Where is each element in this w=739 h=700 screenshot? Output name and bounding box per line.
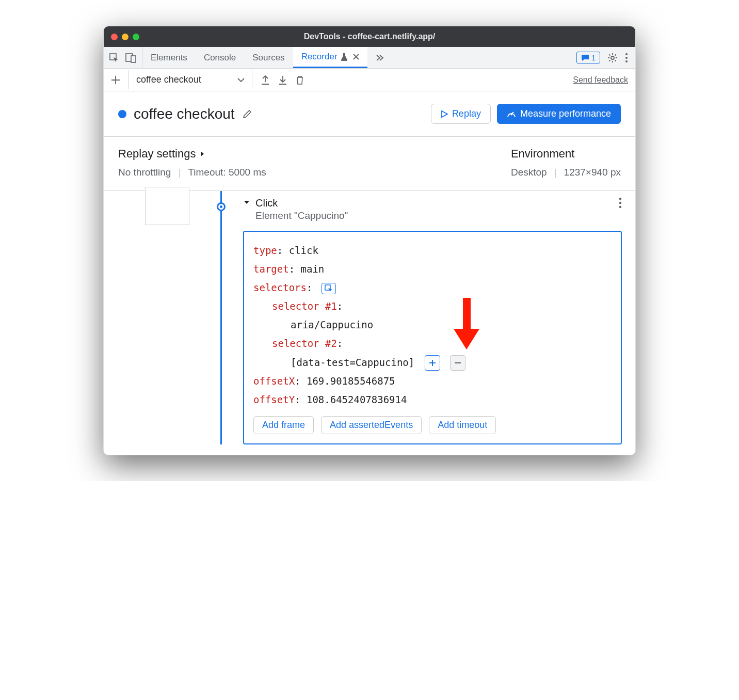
more-tabs-button[interactable] [367, 47, 392, 68]
export-icon[interactable] [261, 75, 270, 85]
add-frame-button[interactable]: Add frame [253, 416, 314, 434]
step-header[interactable]: Click Element "Cappucino" [243, 197, 622, 221]
tab-console[interactable]: Console [196, 47, 244, 68]
selector2-key: selector #2 [272, 338, 337, 349]
svg-point-7 [510, 114, 512, 115]
tab-recorder[interactable]: Recorder [293, 47, 367, 68]
close-window-button[interactable] [111, 34, 118, 40]
timeline-step-marker[interactable] [217, 202, 226, 211]
add-asserted-events-button[interactable]: Add assertedEvents [321, 416, 422, 434]
prop-offsetx-key: offsetX [253, 375, 295, 387]
environment-title: Environment [511, 147, 621, 161]
messages-count: 1 [591, 53, 596, 62]
tab-elements[interactable]: Elements [142, 47, 196, 68]
settings-bar: Replay settings No throttling | Timeout:… [104, 137, 635, 191]
tab-sources[interactable]: Sources [244, 47, 293, 68]
inspect-icon[interactable] [109, 53, 119, 63]
caret-down-icon [243, 199, 250, 205]
measure-performance-button[interactable]: Measure performance [497, 104, 621, 124]
recording-title: coffee checkout [134, 106, 235, 122]
timeout-value: Timeout: 5000 ms [188, 167, 266, 178]
device-toggle-icon[interactable] [125, 53, 137, 63]
step-subtitle: Element "Cappucino" [255, 210, 348, 221]
step-menu-icon[interactable] [619, 197, 622, 209]
edit-title-icon[interactable] [242, 109, 252, 119]
svg-point-5 [625, 57, 628, 59]
device-value: Desktop [511, 167, 547, 178]
chevron-down-icon [237, 77, 245, 83]
svg-point-9 [619, 202, 621, 204]
flask-icon [341, 53, 348, 61]
gear-icon[interactable] [607, 53, 618, 63]
add-selector-button[interactable] [425, 355, 440, 371]
recorder-toolbar: coffee checkout Send feedback [104, 69, 635, 91]
prop-selectors-key: selectors [253, 282, 307, 293]
element-picker-button[interactable] [322, 283, 336, 294]
screenshot-thumbnail[interactable] [145, 187, 189, 225]
kebab-icon[interactable] [625, 53, 628, 63]
delete-icon[interactable] [296, 75, 304, 85]
selector2-value[interactable]: [data-test=Cappucino] [291, 357, 414, 368]
svg-rect-2 [131, 56, 136, 62]
remove-selector-button[interactable] [450, 355, 465, 371]
svg-point-3 [611, 56, 614, 59]
close-icon[interactable] [353, 54, 359, 60]
import-icon[interactable] [278, 75, 287, 85]
send-feedback-link[interactable]: Send feedback [573, 75, 628, 85]
step-title: Click [255, 197, 348, 209]
add-timeout-button[interactable]: Add timeout [429, 416, 496, 434]
messages-badge[interactable]: 1 [576, 52, 600, 63]
recording-select[interactable]: coffee checkout [128, 70, 252, 89]
minimize-window-button[interactable] [122, 34, 128, 40]
replay-button[interactable]: Replay [431, 104, 491, 124]
selector1-value[interactable]: aria/Cappucino [291, 319, 373, 330]
zoom-window-button[interactable] [133, 34, 139, 40]
svg-point-6 [625, 60, 628, 62]
throttling-value: No throttling [118, 167, 171, 178]
window-title: DevTools - coffee-cart.netlify.app/ [104, 32, 635, 41]
devtools-tabs: Elements Console Sources Recorder 1 [104, 47, 635, 69]
add-recording-button[interactable] [111, 75, 120, 85]
environment-group: Environment Desktop | 1237×940 px [511, 147, 621, 178]
svg-point-10 [619, 206, 621, 208]
selector1-key: selector #1 [272, 300, 337, 312]
recording-select-label: coffee checkout [136, 74, 201, 85]
prop-target-key: target [253, 263, 289, 275]
timeline: Click Element "Cappucino" type: click ta… [104, 191, 635, 455]
replay-settings-group: Replay settings No throttling | Timeout:… [118, 147, 266, 178]
svg-point-8 [619, 198, 621, 200]
prop-type-key: type [253, 245, 277, 256]
devtools-window: DevTools - coffee-cart.netlify.app/ Elem… [103, 26, 636, 455]
prop-offsety-key: offsetY [253, 394, 295, 405]
window-titlebar: DevTools - coffee-cart.netlify.app/ [104, 26, 635, 47]
svg-point-4 [625, 53, 628, 55]
recording-header: coffee checkout Replay Measure performan… [104, 91, 635, 137]
recording-status-dot [118, 110, 126, 118]
viewport-value: 1237×940 px [564, 167, 621, 178]
step-detail-box: type: click target: main selectors: sele… [243, 231, 622, 444]
timeline-rail [220, 191, 222, 444]
replay-settings-title[interactable]: Replay settings [118, 147, 266, 161]
traffic-lights [104, 34, 139, 40]
